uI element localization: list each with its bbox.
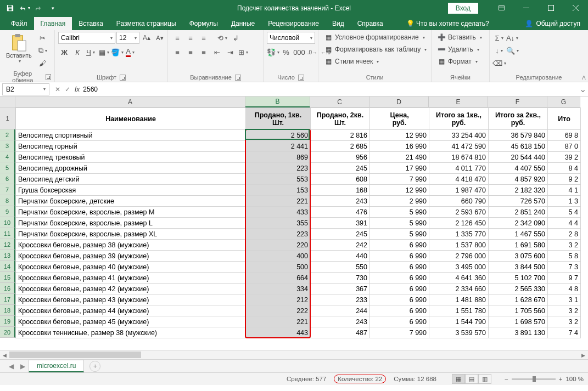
find-icon[interactable]: 🔍▾ [506, 44, 518, 56]
cell[interactable]: 7 990 [370, 174, 429, 185]
cell[interactable]: Велосипед спортивный [16, 130, 246, 141]
cell[interactable]: 4 857 920 [489, 174, 548, 185]
sheet-nav-next-icon[interactable]: ▶ [17, 362, 29, 370]
cell[interactable]: 2 565 330 [489, 284, 548, 294]
cell[interactable]: 6 990 [370, 251, 429, 262]
sheet-tab[interactable]: microexcel.ru [29, 360, 84, 372]
row-header-18[interactable]: 18 [0, 305, 15, 316]
cell[interactable]: 9 2 [548, 174, 581, 185]
expand-formula-bar-icon[interactable]: ⌄ [577, 84, 588, 94]
cell[interactable]: 39 2 [548, 152, 581, 163]
cell[interactable]: 4 641 360 [429, 273, 489, 284]
cell[interactable]: 245 [311, 229, 370, 240]
cell[interactable]: 1 551 780 [429, 305, 489, 316]
align-middle-icon[interactable]: ≡ [184, 32, 197, 44]
cell[interactable]: 223 [246, 163, 311, 174]
cell[interactable]: 5 8 [548, 251, 581, 262]
cell[interactable]: 45 618 150 [489, 141, 548, 152]
clipboard-launcher[interactable] [46, 74, 51, 80]
decrease-font-icon[interactable]: A▾ [154, 32, 166, 44]
row-header-1[interactable]: 1 [0, 107, 15, 129]
cell[interactable]: 243 [311, 316, 370, 327]
cell[interactable]: 153 [246, 185, 311, 196]
cell[interactable]: 212 [246, 294, 311, 305]
tab-рецензирование[interactable]: Рецензирование [261, 17, 326, 30]
cell[interactable]: 4 011 770 [429, 163, 489, 174]
col-header-A[interactable]: A [15, 97, 245, 107]
cell[interactable]: 6 990 [370, 316, 429, 327]
cell[interactable]: 660 790 [429, 196, 489, 207]
cell[interactable]: 355 [246, 218, 311, 229]
cell[interactable]: 1 698 570 [489, 316, 548, 327]
cell[interactable]: 4 418 470 [429, 174, 489, 185]
undo-icon[interactable]: ▾ [18, 2, 31, 15]
cell[interactable]: 440 [311, 251, 370, 262]
cell[interactable]: 6 990 [370, 294, 429, 305]
cell[interactable]: 2 851 240 [489, 207, 548, 218]
cell[interactable]: 1 481 880 [429, 294, 489, 305]
cell[interactable]: 1 987 470 [429, 185, 489, 196]
wrap-text-icon[interactable]: ↲ [229, 32, 242, 44]
header-cell[interactable]: Продано, 1кв. Шт. [246, 108, 311, 130]
header-cell[interactable]: Итого за 1кв., руб. [429, 108, 489, 130]
increase-decimal-icon[interactable]: .0→ [306, 46, 318, 58]
row-header-20[interactable]: 20 [0, 327, 15, 338]
collapse-ribbon-icon[interactable]: ᐱ [582, 75, 586, 81]
cell[interactable]: 5 990 [370, 207, 429, 218]
cell[interactable]: 3 891 130 [489, 327, 548, 338]
cell[interactable]: 41 472 590 [429, 141, 489, 152]
cell[interactable]: 3 1 [548, 294, 581, 305]
cell[interactable]: 6 990 [370, 240, 429, 251]
cell[interactable]: 221 [246, 196, 311, 207]
cell[interactable]: 20 544 440 [489, 152, 548, 163]
insert-cells-button[interactable]: ➕Вставить▾ [435, 32, 484, 43]
view-normal-icon[interactable]: ▦ [452, 374, 465, 384]
col-header-C[interactable]: C [310, 97, 369, 107]
row-header-2[interactable]: 2 [0, 129, 15, 140]
hscroll-thumb[interactable] [9, 352, 141, 358]
cell[interactable]: 3 844 500 [489, 262, 548, 273]
col-header-D[interactable]: D [369, 97, 429, 107]
cell[interactable]: 33 254 400 [429, 130, 489, 141]
merge-icon[interactable]: ⊞▾ [237, 46, 249, 58]
enter-formula-icon[interactable]: ✓ [65, 86, 70, 93]
cell[interactable]: 16 990 [370, 141, 429, 152]
cell[interactable]: Груша боксерская [16, 185, 246, 196]
sort-filter-icon[interactable]: A↓▾ [506, 32, 518, 44]
tab-файл[interactable]: Файл [4, 17, 34, 30]
cell[interactable]: 36 579 840 [489, 130, 548, 141]
cell[interactable]: 869 [246, 152, 311, 163]
fx-icon[interactable]: fx [75, 86, 80, 93]
cell[interactable]: Велосипед дорожный [16, 163, 246, 174]
cell[interactable]: 6 990 [370, 273, 429, 284]
format-as-table-button[interactable]: ▦Форматировать как таблицу▾ [322, 44, 429, 55]
conditional-formatting-button[interactable]: ▦Условное форматирование▾ [322, 32, 427, 43]
tab-формулы[interactable]: Формулы [183, 17, 225, 30]
alignment-launcher[interactable] [235, 75, 241, 81]
cell[interactable]: 2 593 670 [429, 207, 489, 218]
row-header-11[interactable]: 11 [0, 228, 15, 239]
cell[interactable]: Перчатки боксерские, взрослые, размер XL [16, 229, 246, 240]
cell[interactable]: 5 990 [370, 218, 429, 229]
delete-cells-button[interactable]: ➖Удалить▾ [435, 44, 481, 55]
cell[interactable]: 6 990 [370, 305, 429, 316]
autosum-icon[interactable]: Σ▾ [493, 32, 505, 44]
cell[interactable]: 2 816 [311, 130, 370, 141]
cell[interactable]: 4 1 [548, 185, 581, 196]
cell[interactable]: 5 4 [548, 207, 581, 218]
cell[interactable]: 168 [311, 185, 370, 196]
share-button[interactable]: 👤 Общий доступ [517, 17, 588, 30]
row-header-8[interactable]: 8 [0, 195, 15, 206]
col-header-E[interactable]: E [429, 97, 488, 107]
row-header-7[interactable]: 7 [0, 184, 15, 195]
cell[interactable]: 4 8 [548, 284, 581, 294]
cell[interactable]: 3 2 [548, 316, 581, 327]
cell[interactable]: Кроссовки беговые, размер 40 (мужские) [16, 262, 246, 273]
row-header-16[interactable]: 16 [0, 283, 15, 294]
tell-me-input[interactable]: 💡 Что вы хотите сделать? [401, 17, 495, 30]
zoom-in-icon[interactable]: + [559, 376, 563, 382]
add-sheet-icon[interactable]: + [89, 361, 100, 372]
cell[interactable]: 443 [246, 327, 311, 338]
save-icon[interactable] [3, 2, 16, 15]
zoom-slider[interactable] [512, 378, 556, 380]
